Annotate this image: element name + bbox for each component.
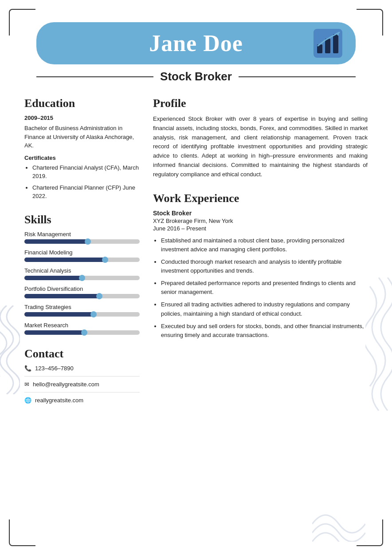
skill-bar-dot — [90, 311, 97, 317]
left-column: Education 2009–2015 Bachelor of Business… — [24, 97, 140, 416]
profile-section: Profile Experienced Stock Broker with ov… — [153, 97, 368, 179]
contact-divider-1 — [24, 376, 140, 377]
skill-item: Financial Modeling — [24, 249, 140, 262]
finance-icon — [314, 29, 342, 58]
contact-divider-2 — [24, 392, 140, 392]
candidate-name: Jane Doe — [149, 30, 243, 56]
skill-name: Portfolio Diversification — [24, 285, 140, 292]
certificates-label: Certificates — [24, 155, 140, 161]
skills-container: Risk Management Financial Modeling Techn… — [24, 231, 140, 335]
work-bullet-item: Conducted thorough market research and a… — [161, 258, 368, 275]
skill-bar-fill — [24, 294, 99, 298]
work-bullets-list: Established and maintained a robust clie… — [153, 236, 368, 340]
skill-bar-dot — [102, 257, 108, 263]
header: Jane Doe Stock Broker — [24, 22, 368, 83]
work-experience-title: Work Experience — [153, 192, 368, 205]
contact-email: ✉ hello@reallygreatsite.com — [24, 381, 140, 388]
phone-icon: 📞 — [24, 365, 31, 372]
contact-title: Contact — [24, 347, 140, 361]
work-bullet-item: Executed buy and sell orders for stocks,… — [161, 322, 368, 340]
work-experience-section: Work Experience Stock Broker XYZ Brokera… — [153, 192, 368, 340]
job-title: Stock Broker — [160, 70, 232, 83]
skill-bar-dot — [96, 293, 102, 299]
skill-item: Trading Strategies — [24, 304, 140, 317]
skill-bar-fill — [24, 312, 94, 317]
skill-bar-fill — [24, 258, 105, 262]
name-banner: Jane Doe — [36, 22, 356, 64]
svg-rect-3 — [333, 34, 338, 53]
title-line-left — [36, 76, 153, 77]
cert-item-2: Chartered Financial Planner (CFP) June 2… — [32, 183, 140, 201]
profile-text: Experienced Stock Broker with over 8 yea… — [153, 115, 368, 179]
skill-item: Portfolio Diversification — [24, 285, 140, 298]
skill-bar-bg — [24, 312, 140, 317]
svg-rect-2 — [325, 39, 330, 53]
skill-bar-dot — [79, 275, 85, 281]
corner-decoration-bl — [9, 519, 35, 546]
skills-section: Skills Risk Management Financial Modelin… — [24, 213, 140, 335]
education-degree: Bachelor of Business Administration in F… — [24, 124, 140, 150]
skill-bar-bg — [24, 330, 140, 335]
skill-bar-bg — [24, 239, 140, 244]
work-bullet-item: Prepared detailed performance reports an… — [161, 279, 368, 297]
skill-item: Technical Analysis — [24, 267, 140, 280]
skill-name: Market Research — [24, 322, 140, 329]
wavy-decoration-left — [0, 305, 20, 394]
skill-name: Trading Strategies — [24, 304, 140, 310]
skill-bar-bg — [24, 258, 140, 262]
skill-bar-bg — [24, 294, 140, 298]
education-section: Education 2009–2015 Bachelor of Business… — [24, 97, 140, 201]
work-bullet-item: Ensured all trading activities adhered t… — [161, 300, 368, 318]
wavy-decoration-right — [365, 278, 392, 411]
skills-title: Skills — [24, 213, 140, 226]
resume-page: Jane Doe Stock Broker Educat — [0, 0, 392, 555]
work-job-title: Stock Broker — [153, 210, 368, 217]
skill-bar-fill — [24, 330, 84, 335]
email-icon: ✉ — [24, 381, 29, 388]
skill-item: Risk Management — [24, 231, 140, 244]
skill-item: Market Research — [24, 322, 140, 335]
work-bullet-item: Established and maintained a robust clie… — [161, 236, 368, 254]
skill-bar-dot — [81, 329, 87, 336]
work-company: XYZ Brokerage Firm, New York — [153, 218, 368, 224]
contact-website: 🌐 reallygreatsite.com — [24, 397, 140, 404]
skill-bar-fill — [24, 276, 82, 280]
title-line-right — [239, 76, 356, 77]
profile-title: Profile — [153, 97, 368, 110]
job-title-row: Stock Broker — [36, 70, 356, 83]
skill-bar-dot — [85, 238, 91, 245]
wavy-decoration-bottom — [312, 506, 365, 542]
contact-phone: 📞 123–456–7890 — [24, 365, 140, 372]
cert-item-1: Chartered Financial Analyst (CFA), March… — [32, 163, 140, 181]
skill-bar-fill — [24, 239, 88, 244]
education-title: Education — [24, 97, 140, 110]
skill-name: Financial Modeling — [24, 249, 140, 256]
corner-decoration-tl — [9, 9, 35, 36]
right-column: Profile Experienced Stock Broker with ov… — [153, 97, 368, 416]
website-icon: 🌐 — [24, 397, 31, 404]
skill-bar-bg — [24, 276, 140, 280]
education-date: 2009–2015 — [24, 115, 140, 121]
contact-section: Contact 📞 123–456–7890 ✉ hello@reallygre… — [24, 347, 140, 404]
certificates-list: Chartered Financial Analyst (CFA), March… — [24, 163, 140, 201]
content-area: Education 2009–2015 Bachelor of Business… — [24, 97, 368, 416]
skill-name: Risk Management — [24, 231, 140, 238]
corner-decoration-tr — [357, 9, 383, 36]
skill-name: Technical Analysis — [24, 267, 140, 274]
work-date: June 2016 – Present — [153, 225, 368, 232]
